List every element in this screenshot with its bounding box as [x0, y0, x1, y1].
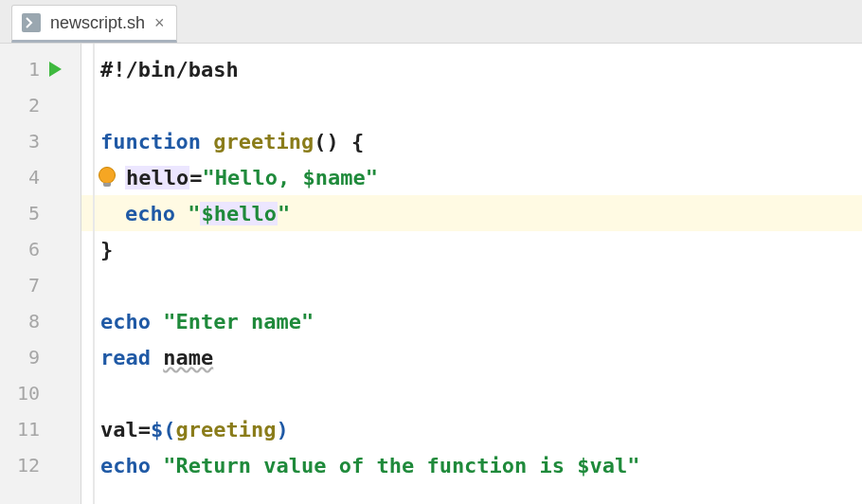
gutter-line: 5	[0, 195, 81, 231]
gutter-line: 12	[0, 447, 81, 483]
keyword: function	[100, 130, 201, 153]
quote: "	[163, 310, 175, 333]
string-literal: Return value of the function is	[175, 454, 577, 477]
quote: "	[278, 202, 290, 225]
brace: }	[100, 238, 113, 261]
function-call: greeting	[176, 418, 277, 441]
gutter-line: 8	[0, 303, 81, 339]
string-literal: Hello,	[215, 166, 303, 189]
variable-def: val	[100, 418, 138, 441]
argument: name	[163, 346, 213, 369]
bash-file-icon	[22, 13, 41, 32]
string-var: $hello	[200, 202, 277, 225]
gutter: 1 2 3 4 5 6 7 8 9 10 11 12	[0, 44, 81, 504]
code-line[interactable]: }	[100, 231, 862, 267]
code-line[interactable]	[100, 87, 862, 123]
code-line[interactable]	[100, 267, 862, 303]
gutter-line: 11	[0, 411, 81, 447]
quote: "	[301, 310, 314, 333]
assign-op: =	[138, 418, 151, 441]
keyword: echo	[125, 202, 175, 225]
function-name: greeting	[213, 130, 314, 153]
tab-filename: newscript.sh	[50, 13, 145, 33]
string-var: $val	[577, 454, 627, 477]
code-line[interactable]: hello="Hello, $name"	[100, 159, 862, 195]
gutter-line: 1	[0, 51, 81, 87]
paren-brace: () {	[314, 130, 364, 153]
code-line[interactable]: val=$(greeting)	[100, 411, 862, 447]
string-var: $name	[302, 166, 365, 189]
code-line[interactable]: function greeting() {	[100, 123, 862, 159]
code-line[interactable]: read name	[100, 339, 862, 375]
gutter-line: 4	[0, 159, 81, 195]
string-literal: Enter name	[175, 310, 300, 333]
editor-tab[interactable]: newscript.sh ×	[11, 5, 177, 43]
keyword: read	[100, 346, 151, 369]
quote: "	[188, 202, 200, 225]
intention-bulb-icon[interactable]	[97, 167, 117, 188]
code-line[interactable]: echo "Enter name"	[100, 303, 862, 339]
quote: "	[163, 454, 175, 477]
quote: "	[627, 454, 639, 477]
gutter-line: 9	[0, 339, 81, 375]
gutter-line: 3	[0, 123, 81, 159]
keyword: echo	[100, 454, 151, 477]
run-icon[interactable]	[49, 62, 62, 77]
gutter-line: 6	[0, 231, 81, 267]
keyword: echo	[100, 310, 151, 333]
code-line[interactable]: #!/bin/bash	[100, 51, 862, 87]
assign-op: =	[189, 166, 202, 189]
subst-close: )	[276, 418, 288, 441]
quote: "	[366, 166, 378, 189]
close-icon[interactable]: ×	[154, 14, 165, 31]
gutter-line: 10	[0, 375, 81, 411]
tab-bar: newscript.sh ×	[0, 0, 862, 44]
variable-def: hello	[125, 166, 189, 189]
code-line[interactable]: echo "Return value of the function is $v…	[100, 447, 862, 483]
gutter-line: 7	[0, 267, 81, 303]
code-area[interactable]: #!/bin/bash function greeting() { hello=…	[81, 44, 862, 504]
code-line[interactable]: echo "$hello"	[100, 195, 862, 231]
code-line[interactable]	[100, 375, 862, 411]
shebang: #!/bin/bash	[100, 58, 239, 81]
quote: "	[202, 166, 214, 189]
code-editor[interactable]: 1 2 3 4 5 6 7 8 9 10 11 12 #!/bin/bash f…	[0, 44, 862, 504]
gutter-line: 2	[0, 87, 81, 123]
subst-open: $(	[151, 418, 176, 441]
